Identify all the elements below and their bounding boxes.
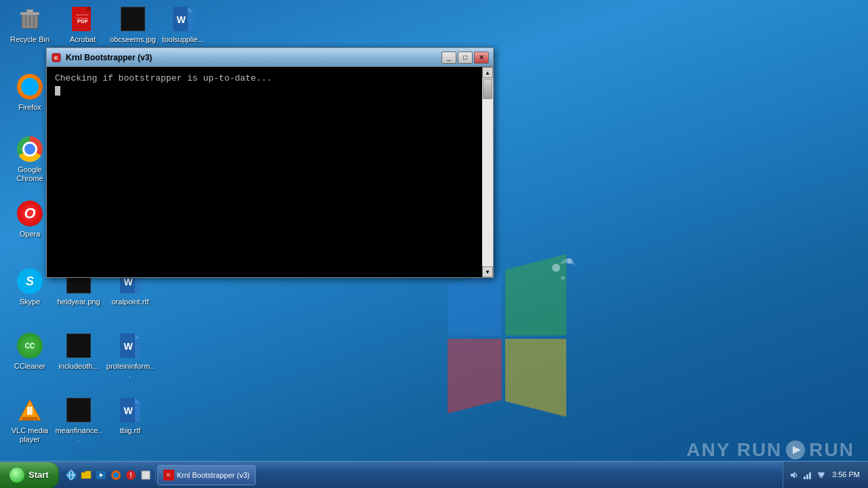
desktop-icon-label: tbig.rtf [120,426,141,435]
blank-taskbar-icon[interactable] [139,468,153,482]
krnl-titlebar[interactable]: K Krnl Bootstrapper (v3) _ □ ✕ [47,48,493,67]
svg-rect-31 [135,403,140,422]
security-taskbar-icon[interactable]: ! [124,468,138,482]
chrome-icon-img [16,136,43,163]
system-tray: 3:56 PM [783,462,868,488]
anyrun-text: ANY RUN [686,439,782,461]
scroll-up-arrow[interactable]: ▲ [482,67,493,78]
ie-taskbar-icon[interactable] [64,468,78,482]
desktop-icon-label: Firefox [18,103,41,112]
svg-text:PDF: PDF [77,18,88,24]
anyrun-run-text: RUN [809,439,854,461]
desktop-icon-protein[interactable]: W proteininform... [106,332,155,380]
tray-network-icon[interactable] [802,470,813,481]
tray-clock[interactable]: 3:56 PM [829,470,863,479]
svg-text:W: W [123,277,133,287]
maximize-button[interactable]: □ [458,52,473,64]
svg-text:W: W [176,14,186,25]
quick-launch-strip: ! [62,468,156,482]
scroll-down-arrow[interactable]: ▼ [482,266,493,277]
svg-rect-5 [26,9,33,13]
terminal-cursor [55,86,60,96]
start-button[interactable]: Start [0,462,59,488]
desktop-icon-label: CCleaner [14,362,45,371]
krnl-scrollbar[interactable]: ▲ ▼ [482,67,493,277]
firefox-taskbar-icon[interactable] [109,468,123,482]
desktop-icon-acrobat[interactable]: PDF Acrobat [58,5,107,44]
recycle-bin-img [16,5,43,33]
svg-point-2 [561,276,565,280]
svg-text:K: K [54,55,58,61]
tray-volume-icon[interactable] [789,470,800,481]
desktop-icon-includeoth[interactable]: includeoth... [54,332,103,371]
krnl-title-icon: K [51,52,62,63]
desktop-icon-vlc[interactable]: VLC media player [5,396,54,444]
desktop-icon-label: Skype [20,298,41,306]
desktop-icon-label: heldyear.png [58,298,100,306]
svg-rect-49 [806,474,808,479]
black-file-icon-img [119,5,146,33]
skype-icon-img: S [16,268,43,295]
desktop-icon-label: obcseems.jpg [110,35,156,44]
anyrun-play-icon [786,441,805,460]
black-file-icon-img [65,396,92,424]
tray-notification-icon[interactable] [816,470,827,481]
krnl-terminal-content: Checking if bootstrapper is up-to-date..… [47,67,493,277]
folder-taskbar-icon[interactable] [79,468,93,482]
desktop-icon-label: toolsupplie... [162,35,204,44]
svg-rect-48 [804,476,806,479]
word-icon-img: W [170,5,197,33]
ccleaner-icon-img: CC [16,332,43,359]
word-icon-img: W [117,396,144,424]
svg-marker-47 [791,472,795,479]
start-orb-icon [9,468,24,483]
desktop-icon-toolsupplie[interactable]: W toolsupplie... [159,5,208,44]
krnl-task-icon: K [163,470,174,481]
desktop-icon-label: Opera [20,230,41,239]
desktop-icon-label: includeoth... [58,362,98,371]
close-button[interactable]: ✕ [474,52,489,64]
svg-marker-30 [135,398,140,403]
media-taskbar-icon[interactable] [94,468,108,482]
minimize-button[interactable]: _ [441,52,456,64]
svg-rect-16 [188,12,193,31]
svg-rect-28 [27,407,33,415]
desktop-icon-label: Recycle Bin [10,35,50,44]
svg-rect-46 [142,471,150,479]
desktop-icon-obcseems[interactable]: obcseems.jpg [108,5,157,44]
krnl-title-text: Krnl Bootstrapper (v3) [66,53,441,62]
svg-point-0 [552,264,560,272]
terminal-output: Checking if bootstrapper is up-to-date..… [50,70,490,100]
taskbar: Start [0,461,868,488]
opera-icon-img: O [16,200,43,227]
desktop-icon-label: oralpoint.rtf [111,298,149,306]
tray-time-display: 3:56 PM [832,470,860,479]
svg-rect-50 [809,472,811,479]
svg-point-43 [113,472,119,478]
krnl-bootstrapper-window: K Krnl Bootstrapper (v3) _ □ ✕ Checking … [46,47,494,278]
scroll-track[interactable] [482,78,493,266]
krnl-window-buttons: _ □ ✕ [441,52,489,64]
desktop-icon-meanfinance[interactable]: meanfinance... [54,396,103,444]
vlc-icon-img [16,396,43,424]
desktop-icon-label: Acrobat [70,35,96,44]
svg-text:!: ! [130,472,132,479]
desktop: ANY RUN RUN Recycle Bin PDF [0,0,868,488]
desktop-icon-label: meanfinance... [54,426,103,444]
pdf-icon-img: PDF [69,5,96,33]
svg-marker-23 [135,333,140,339]
krnl-taskbar-task[interactable]: K Krnl Bootstrapper (v3) [157,465,256,485]
firefox-icon-img [16,73,43,100]
desktop-icon-tbig[interactable]: W tbig.rtf [106,396,155,435]
desktop-icon-label: VLC media player [5,426,54,444]
scroll-thumb[interactable] [483,79,492,99]
word-icon-img: W [117,332,144,359]
svg-rect-27 [22,417,38,420]
black-file-icon-img [65,332,92,359]
desktop-icon-ccleaner[interactable]: CC CCleaner [5,332,54,371]
svg-marker-51 [819,476,823,478]
svg-text:W: W [123,405,133,416]
desktop-icon-recycle-bin[interactable]: Recycle Bin [5,5,54,44]
anyrun-watermark: ANY RUN RUN [686,439,854,461]
svg-text:W: W [123,341,133,352]
